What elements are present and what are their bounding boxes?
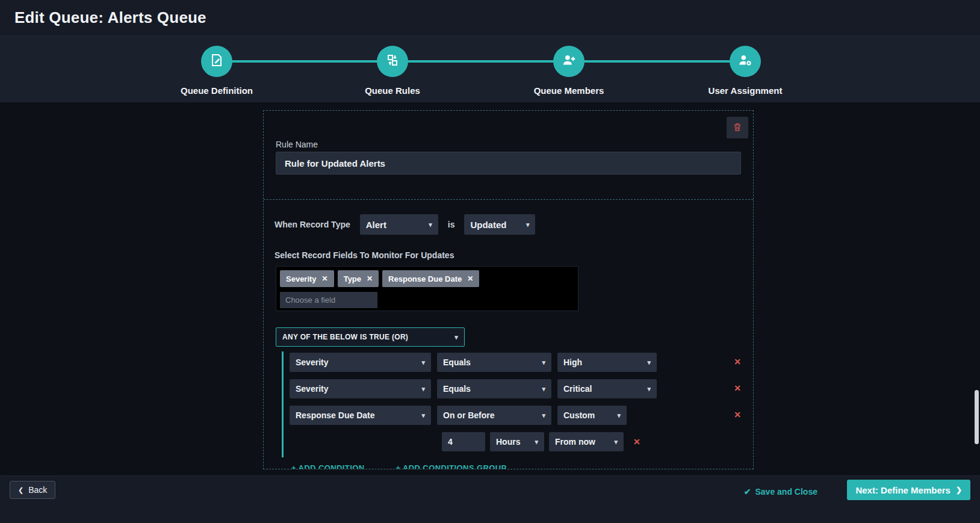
when-record-type-label: When Record Type <box>274 220 350 229</box>
chip-label: Response Due Date <box>388 274 462 283</box>
step-label: Queue Members <box>521 85 617 96</box>
rules-swap-icon <box>385 53 400 70</box>
stepper-connector-line <box>217 60 745 63</box>
condition-field-value: Response Due Date <box>296 410 374 420</box>
add-condition-link[interactable]: + ADD CONDITION <box>291 463 364 469</box>
condition-logic-select[interactable]: ANY OF THE BELOW IS TRUE (OR) ▾ <box>276 327 465 347</box>
condition-value: High <box>563 357 582 367</box>
add-links-row: + ADD CONDITION + ADD CONDITIONS GROUP <box>291 463 507 469</box>
condition-operator-select[interactable]: Equals ▾ <box>437 379 551 398</box>
next-button-label: Next: Define Members <box>855 485 951 495</box>
custom-anchor-select[interactable]: From now ▾ <box>549 432 624 451</box>
custom-anchor-value: From now <box>555 437 595 447</box>
condition-row: Severity ▾ Equals ▾ High ▾ ✕ <box>290 353 741 372</box>
wizard-stepper: Queue Definition Queue Rules Queue Membe… <box>0 36 980 102</box>
main-content: Rule Name When Record Type Alert ▾ is Up… <box>0 102 980 475</box>
chip-label: Type <box>344 274 361 283</box>
condition-field-select[interactable]: Response Due Date ▾ <box>290 406 431 425</box>
step-label: Queue Definition <box>169 85 265 96</box>
step-circle <box>553 46 585 77</box>
step-user-assignment[interactable]: User Assignment <box>697 46 793 96</box>
event-value: Updated <box>470 220 506 230</box>
condition-operator-select[interactable]: Equals ▾ <box>437 353 551 372</box>
custom-amount-input[interactable] <box>442 432 485 451</box>
chevron-down-icon: ▾ <box>542 359 545 367</box>
step-circle <box>201 46 232 77</box>
step-queue-definition[interactable]: Queue Definition <box>169 46 265 96</box>
save-and-close-link[interactable]: ✔ Save and Close <box>744 484 817 499</box>
condition-value: Custom <box>563 410 595 420</box>
chevron-down-icon: ▾ <box>617 412 621 419</box>
monitor-fields-label: Select Record Fields To Monitor For Upda… <box>274 250 454 260</box>
chevron-down-icon: ▾ <box>542 385 545 393</box>
is-label: is <box>448 220 455 229</box>
condition-operator-value: Equals <box>443 357 471 367</box>
chip-label: Severity <box>286 274 317 283</box>
condition-value-select[interactable]: Custom ▾ <box>557 406 627 425</box>
step-label: Queue Rules <box>344 85 441 96</box>
close-icon[interactable]: ✕ <box>322 274 328 283</box>
section-divider <box>264 199 753 200</box>
field-chip-type: Type ✕ <box>338 270 379 287</box>
condition-field-select[interactable]: Severity ▾ <box>290 353 431 372</box>
chevron-down-icon: ▾ <box>421 385 425 393</box>
trash-icon <box>733 122 742 134</box>
chevron-down-icon: ▾ <box>421 359 425 367</box>
step-label: User Assignment <box>697 85 793 96</box>
page-header: Edit Queue: Alerts Queue <box>0 0 980 36</box>
condition-row: Severity ▾ Equals ▾ Critical ▾ ✕ <box>290 379 741 398</box>
chevron-down-icon: ▾ <box>421 412 425 419</box>
chevron-down-icon: ▾ <box>429 221 432 229</box>
chevron-down-icon: ▾ <box>526 221 530 229</box>
chevron-right-icon: ❯ <box>956 486 962 494</box>
condition-field-value: Severity <box>296 357 328 367</box>
close-icon[interactable]: ✕ <box>367 274 373 283</box>
chevron-down-icon: ▾ <box>535 438 538 446</box>
chip-row: Severity ✕ Type ✕ Response Due Date ✕ <box>280 270 574 287</box>
condition-logic-value: ANY OF THE BELOW IS TRUE (OR) <box>282 333 408 341</box>
field-chip-severity: Severity ✕ <box>280 270 334 287</box>
choose-field-input[interactable] <box>280 292 377 308</box>
page-title: Edit Queue: Alerts Queue <box>14 8 206 27</box>
condition-field-select[interactable]: Severity ▾ <box>290 379 431 398</box>
remove-condition-icon[interactable]: ✕ <box>734 357 741 366</box>
add-conditions-group-link[interactable]: + ADD CONDITIONS GROUP <box>395 463 506 469</box>
step-circle <box>730 46 761 77</box>
step-circle <box>377 46 408 77</box>
scrollbar-thumb[interactable] <box>975 390 979 444</box>
conditions-group: Severity ▾ Equals ▾ High ▾ ✕ Severity ▾ <box>282 351 741 457</box>
condition-value-select[interactable]: Critical ▾ <box>557 379 657 398</box>
custom-unit-value: Hours <box>496 437 520 447</box>
rule-panel: Rule Name When Record Type Alert ▾ is Up… <box>263 110 754 469</box>
condition-value-select[interactable]: High ▾ <box>557 353 657 372</box>
event-select[interactable]: Updated ▾ <box>464 214 535 235</box>
person-add-icon <box>561 52 577 70</box>
custom-date-condition-row: Hours ▾ From now ▾ ✕ <box>442 432 741 451</box>
next-define-members-button[interactable]: Next: Define Members ❯ <box>847 480 970 500</box>
step-queue-rules[interactable]: Queue Rules <box>344 46 441 96</box>
close-icon[interactable]: ✕ <box>467 274 473 283</box>
step-queue-members[interactable]: Queue Members <box>521 46 617 96</box>
chevron-down-icon: ▾ <box>647 385 651 393</box>
remove-condition-icon[interactable]: ✕ <box>734 410 741 419</box>
rule-name-label: Rule Name <box>276 140 318 149</box>
footer-bar: ❮ Back ✔ Save and Close Next: Define Mem… <box>0 475 980 523</box>
check-icon: ✔ <box>744 487 751 497</box>
remove-custom-condition-icon[interactable]: ✕ <box>633 437 640 447</box>
person-gear-icon <box>737 52 753 70</box>
chevron-down-icon: ▾ <box>542 412 545 419</box>
when-record-type-row: When Record Type Alert ▾ is Updated ▾ <box>274 214 535 235</box>
back-button[interactable]: ❮ Back <box>10 481 55 499</box>
remove-condition-icon[interactable]: ✕ <box>734 384 741 392</box>
condition-operator-select[interactable]: On or Before ▾ <box>437 406 551 425</box>
delete-rule-button[interactable] <box>727 117 748 138</box>
save-and-close-label: Save and Close <box>755 487 818 497</box>
record-type-select[interactable]: Alert ▾ <box>360 214 438 235</box>
custom-unit-select[interactable]: Hours ▾ <box>490 432 544 451</box>
condition-operator-value: Equals <box>443 384 471 394</box>
condition-row: Response Due Date ▾ On or Before ▾ Custo… <box>290 406 741 425</box>
record-type-value: Alert <box>366 220 386 230</box>
rule-name-input[interactable] <box>276 152 741 175</box>
chevron-down-icon: ▾ <box>454 333 458 341</box>
chevron-left-icon: ❮ <box>18 486 23 494</box>
